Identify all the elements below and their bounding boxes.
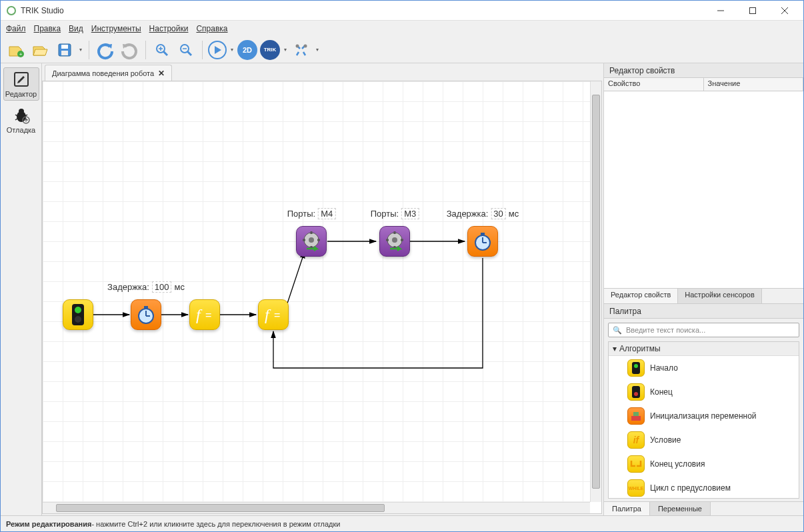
palette-item-end[interactable]: Конец	[609, 380, 799, 404]
palette-item-endif[interactable]: Конец условия	[609, 452, 799, 476]
redo-button[interactable]	[119, 39, 140, 61]
timer-node-2[interactable]: Задержка: 30 мс	[467, 226, 498, 257]
svg-rect-2	[750, 7, 756, 13]
vertical-scrollbar[interactable]	[590, 81, 601, 502]
tab-palette[interactable]: Палитра	[604, 502, 650, 515]
zoom-in-button[interactable]	[151, 39, 173, 61]
zoom-out-button[interactable]	[175, 39, 197, 61]
tab-sensor-settings[interactable]: Настройки сенсоров	[678, 289, 762, 303]
tab-property-editor[interactable]: Редактор свойств	[604, 289, 678, 303]
svg-rect-66	[631, 416, 641, 421]
center-area: Диаграмма поведения робота ✕	[42, 63, 603, 515]
search-placeholder: Введите текст поиска...	[626, 326, 705, 334]
tools-button[interactable]	[291, 39, 312, 61]
timer-icon	[136, 305, 156, 325]
svg-rect-61	[481, 233, 485, 235]
menu-file[interactable]: Файл	[6, 24, 26, 33]
timer-2-label: Задержка: 30 мс	[447, 208, 519, 219]
motor-m4-label: Порты: M4	[287, 208, 336, 219]
palette-item-start[interactable]: Начало	[609, 356, 799, 380]
svg-point-17	[296, 44, 299, 47]
separator	[145, 41, 146, 59]
palette-group-algorithms[interactable]: ▾ Алгоритмы	[609, 342, 799, 356]
prop-col-name: Свойство	[604, 78, 704, 91]
search-icon: 🔍	[613, 326, 622, 335]
tools-dropdown[interactable]: ▾	[315, 39, 320, 61]
if-palette-icon: if	[627, 431, 645, 449]
mode-dropdown[interactable]: ▾	[283, 39, 288, 61]
start-palette-icon	[627, 359, 645, 377]
trik-mode-button[interactable]: TRIK	[260, 40, 280, 60]
svg-point-47	[309, 237, 314, 243]
timer-1-label: Задержка: 100 мс	[107, 281, 185, 293]
svg-point-18	[304, 44, 307, 47]
menu-tools[interactable]: Инструменты	[91, 24, 141, 33]
svg-point-36	[75, 307, 81, 313]
svg-line-15	[187, 51, 191, 55]
function-icon: f=	[263, 305, 283, 325]
debug-mode-button[interactable]: Отладка	[3, 103, 39, 137]
properties-columns: Свойство Значение	[604, 78, 803, 91]
minimize-button[interactable]	[713, 3, 729, 19]
close-button[interactable]	[777, 3, 793, 19]
while-palette-icon: WHILE	[627, 479, 645, 497]
separator	[202, 41, 203, 59]
menu-edit[interactable]: Правка	[34, 24, 61, 33]
svg-point-21	[19, 109, 24, 114]
app-title: TRIK Studio	[21, 6, 713, 15]
menu-settings[interactable]: Настройки	[149, 24, 189, 33]
edit-icon	[12, 70, 31, 89]
menu-view[interactable]: Вид	[69, 24, 83, 33]
palette-panel: 🔍 Введите текст поиска... ▾ Алгоритмы На…	[604, 319, 803, 515]
palette-item-while[interactable]: WHILEЦикл с предусловием	[609, 476, 799, 499]
collapse-icon: ▾	[613, 344, 617, 353]
properties-tabs: Редактор свойств Настройки сенсоров	[604, 288, 803, 304]
save-dropdown[interactable]: ▾	[78, 39, 83, 61]
diagram-tab[interactable]: Диаграмма поведения робота ✕	[45, 65, 172, 81]
function-icon: f=	[195, 305, 215, 325]
motor-m3-label: Порты: M3	[371, 208, 419, 219]
save-button[interactable]	[54, 39, 75, 61]
svg-text:f: f	[265, 306, 271, 323]
palette-item-if[interactable]: ifУсловие	[609, 428, 799, 452]
app-window: TRIK Studio Файл Правка Вид Инструменты …	[0, 0, 804, 532]
menu-help[interactable]: Справка	[196, 24, 227, 33]
start-node[interactable]	[63, 299, 93, 330]
window-controls	[713, 3, 798, 19]
2d-mode-button[interactable]: 2D	[237, 40, 257, 60]
diagram-canvas[interactable]: Задержка: 100 мс f= f= Пор	[43, 81, 590, 502]
endif-palette-icon	[627, 455, 645, 473]
palette-search-input[interactable]: 🔍 Введите текст поиска...	[608, 323, 799, 337]
function-node-2[interactable]: f=	[258, 299, 289, 330]
motor-node-m3[interactable]: Порты: M3	[379, 226, 410, 257]
left-dock: Редактор Отладка	[1, 63, 42, 515]
menubar: Файл Правка Вид Инструменты Настройки Сп…	[1, 21, 803, 37]
maximize-button[interactable]	[745, 3, 761, 19]
svg-text:f: f	[196, 306, 203, 323]
new-button[interactable]: +	[6, 39, 27, 61]
svg-rect-67	[633, 412, 639, 416]
statusbar[interactable]: Режим редактирования - нажмите Ctrl+2 ил…	[1, 515, 803, 531]
function-node-1[interactable]: f=	[189, 299, 220, 330]
horizontal-scrollbar[interactable]	[43, 502, 590, 513]
end-palette-icon	[627, 383, 645, 401]
properties-body	[604, 91, 803, 288]
motor-gear-icon	[383, 230, 406, 253]
run-dropdown[interactable]: ▾	[229, 39, 235, 61]
svg-rect-41	[144, 306, 148, 309]
svg-line-11	[163, 51, 167, 55]
palette-item-init-var[interactable]: Инициализация переменной	[609, 404, 799, 428]
timer-node-1[interactable]: Задержка: 100 мс	[131, 299, 161, 330]
timer-icon	[473, 231, 493, 251]
tab-bar: Диаграмма поведения робота ✕	[42, 63, 603, 81]
motor-node-m4[interactable]: Порты: M4	[296, 226, 327, 257]
tab-close-icon[interactable]: ✕	[158, 69, 165, 78]
run-button[interactable]	[208, 41, 227, 59]
open-button[interactable]	[30, 39, 51, 61]
undo-button[interactable]	[95, 39, 116, 61]
svg-point-53	[392, 237, 397, 243]
tab-variables[interactable]: Переменные	[650, 502, 711, 515]
editor-mode-button[interactable]: Редактор	[3, 67, 39, 101]
toolbar: + ▾ ▾ 2D TRIK ▾ ▾	[1, 37, 803, 63]
status-hint: - нажмите Ctrl+2 или кликните здесь для …	[91, 520, 340, 528]
